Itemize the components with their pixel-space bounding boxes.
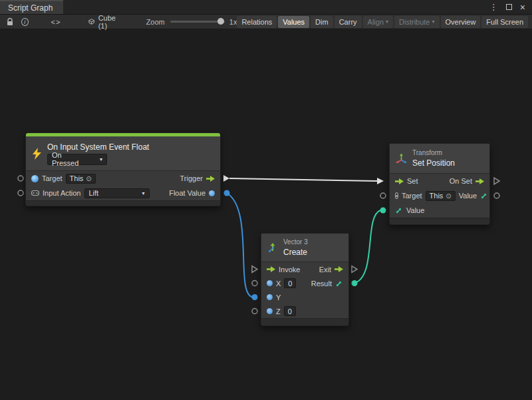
flow-arrow-icon [206,176,215,182]
wire-trigger-to-set[interactable] [229,178,377,181]
input-action-label: Input Action [43,189,81,197]
relations-button[interactable]: Relations [237,16,277,28]
code-icon[interactable]: <> [51,18,61,26]
y-label: Y [276,294,281,301]
node-type-label: Vector 3 [283,238,308,246]
transform-node-header[interactable]: Transform Set Position [390,144,489,174]
zoom-value: 1x [229,18,237,26]
transform-set-row: Set On Set [390,174,489,188]
zoom-slider-handle[interactable] [217,18,224,25]
port-float-value-out[interactable] [224,190,230,196]
port-z-in[interactable] [252,309,257,314]
distribute-button[interactable]: Distribute▾ [394,16,439,28]
tab-script-graph[interactable]: Script Graph [0,0,63,14]
port-value-out[interactable] [494,193,499,198]
vector3-icon [267,242,278,253]
values-button[interactable]: Values [278,16,309,28]
align-button[interactable]: Align▾ [363,16,393,28]
transform-value-row: Value [390,203,489,218]
port-invoke-in[interactable] [252,266,257,273]
transform-target-row: Target This⊙ Value [390,188,489,203]
object-picker-icon[interactable]: ⊙ [446,192,451,200]
graph-toolbar: i <> Cube (1) Zoom 1x Relations Values D… [0,15,532,29]
menu-kebab-icon[interactable]: ⋮ [489,2,498,12]
vector3-type-icon [480,192,488,200]
vector3-x-row: X 0 Result [261,276,348,290]
close-icon[interactable]: × [520,3,525,12]
wire-result-to-value[interactable] [354,210,380,284]
target-label: Target [42,174,63,182]
wire-floatvalue-to-y[interactable] [227,193,253,298]
z-value-field[interactable]: 0 [284,306,296,316]
event-mode-dropdown[interactable]: On Pressed▾ [47,154,107,165]
event-inputaction-row: Input Action Lift▾ Float Value [26,186,220,200]
vector3-type-icon [395,206,403,214]
transform-target-value-box[interactable]: This⊙ [426,191,456,201]
carry-button[interactable]: Carry [334,16,362,28]
node-vector3-create[interactable]: Vector 3 Create Invoke Exit X 0 Result Y [261,233,349,326]
event-node-footer [26,200,220,206]
transform-icon [396,153,407,164]
port-y-in[interactable] [252,294,258,300]
vector3-invoke-row: Invoke Exit [261,262,348,276]
flow-arrow-icon [267,266,275,272]
maximize-icon[interactable] [506,4,512,10]
port-transform-target-in[interactable] [380,193,386,198]
port-value-in[interactable] [380,208,386,214]
lock-icon[interactable] [7,18,13,26]
input-action-dropdown[interactable]: Lift▾ [84,188,150,198]
zoom-slider[interactable] [170,21,225,23]
zoom-label: Zoom [146,18,165,26]
chevron-down-icon: ▾ [386,19,388,25]
event-target-value-box[interactable]: This⊙ [66,174,96,184]
vector3-type-icon [335,280,343,288]
fullscreen-button[interactable]: Full Screen [481,16,528,28]
title-bar: Script Graph ⋮ × [0,0,532,15]
object-picker-icon[interactable]: ⊙ [86,175,91,182]
invoke-label: Invoke [279,266,300,274]
vector3-node-header[interactable]: Vector 3 Create [261,234,348,262]
graph-canvas[interactable]: On Input System Event Float On Pressed▾ … [0,30,532,400]
flow-arrow-icon [334,266,343,272]
x-label: X [276,280,281,288]
node-type-label: Transform [412,149,455,156]
event-target-row: Target This⊙ Trigger [26,171,220,186]
set-label: Set [407,177,418,185]
event-node-header[interactable]: On Input System Event Float On Pressed▾ [26,136,220,171]
node-title: On Input System Event Float [47,142,149,152]
port-event-target-in[interactable] [18,176,23,181]
port-result-out[interactable] [352,280,358,286]
port-event-inputaction-in[interactable] [18,190,23,196]
dim-button[interactable]: Dim [311,16,333,28]
on-set-label: On Set [450,177,472,185]
trigger-label: Trigger [180,174,203,182]
value-in-label: Value [406,206,424,214]
transform-target-icon [395,192,398,199]
graph-target-button[interactable]: Cube (1) [88,14,122,30]
graph-target-label: Cube (1) [98,14,122,30]
float-port-icon [267,280,273,286]
node-title: Create [283,248,308,257]
chevron-down-icon: ▾ [142,190,144,196]
float-port-icon [267,294,273,300]
x-value-field[interactable]: 0 [284,278,296,288]
chevron-down-icon: ▾ [100,156,102,162]
z-label: Z [276,307,281,315]
node-on-input-system-event-float[interactable]: On Input System Event Float On Pressed▾ … [25,132,221,206]
chevron-down-icon: ▾ [432,19,435,25]
exit-label: Exit [319,266,331,274]
port-exit-out[interactable] [352,266,357,273]
result-label: Result [311,280,332,288]
port-set-in[interactable] [377,178,384,184]
info-icon[interactable]: i [21,18,29,26]
port-x-in[interactable] [252,281,257,286]
gameobject-icon [31,175,39,182]
graph-asset-icon [88,18,94,25]
port-onset-out[interactable] [494,178,499,184]
node-transform-set-position[interactable]: Transform Set Position Set On Set Target… [389,143,490,225]
port-trigger-out[interactable] [223,175,229,182]
overview-button[interactable]: Overview [441,16,481,28]
float-value-label: Float Value [169,189,205,197]
target-label: Target [402,192,422,200]
node-title: Set Position [412,158,455,168]
